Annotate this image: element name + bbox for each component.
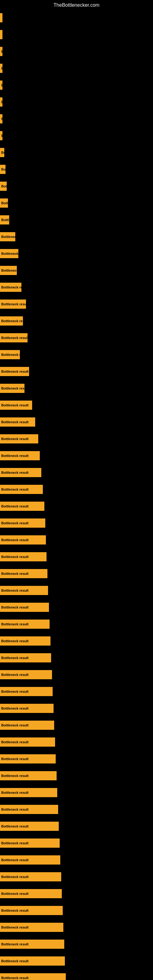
bar-row: Bottleneck result [0,750,153,767]
bar-label: Bottleneck result [1,504,29,508]
bar: Bottleneck result [0,468,41,477]
bar-label: E [1,67,2,70]
bar-row: Bottleneck resu [0,380,153,396]
bar-label: Bottleneck result [1,639,29,643]
bar: Bo [0,165,5,174]
bar: E [0,64,2,73]
bar: Bottleneck result [0,401,32,410]
bar-row: Bottleneck result [0,683,153,700]
bar-row: Bottleneck res [0,346,153,363]
bar-label: Bottleneck result [1,336,27,340]
bar-row: E [0,60,153,76]
bar-row: Bottleneck result [0,885,153,902]
bar: Bottleneck result [0,502,45,511]
bar: Bottleneck result [0,704,54,713]
bar-label: Bottleneck result [1,723,29,727]
bar [0,30,2,39]
bar-row: Bott [0,194,153,211]
bar: Bottleneck result [0,434,38,444]
bar-row: Bottleneck result [0,717,153,733]
bar-label: Bottleneck result [1,808,29,811]
bar-row: Bottleneck result [0,531,153,548]
bar-row: Bottleneck result [0,919,153,935]
bars-container: EEEBBBBoBoBotBottBottlBottlenecBottlenec… [0,9,153,980]
bar: Bottl [0,215,9,224]
bar-label: Bottleneck result [1,908,29,912]
bar: Bo [0,148,4,157]
bar-row: Bottleneck result [0,481,153,498]
bar-row: Bottleneck result [0,935,153,953]
bar-row: Bo [0,144,153,161]
bar-row: B [0,110,153,127]
bar-row: B [0,127,153,144]
bar-label: Bottlenec [1,235,15,239]
bar-label: Bottl [1,218,9,222]
bar: Bot [0,181,7,191]
bar-row: Bottleneck result [0,868,153,885]
bar-label: Bottleneck result [1,521,29,525]
bar: B [0,114,2,123]
bar: Bottleneck result [0,956,65,966]
bar-label: Bottleneck result [1,656,29,660]
bar-row: Bottleneck result [0,902,153,919]
bar-row: Bottleneck result [0,851,153,868]
bar: Bottleneck resu [0,283,21,292]
bar-label: Bottleneck result [1,740,29,744]
bar-row: Bottleneck resu [0,279,153,296]
bar-label: Bottleneck result [1,959,29,963]
bar-label: Bottleneck result [1,622,29,626]
bar-label: Bottleneck [1,269,17,272]
bar: Bottleneck result [0,569,48,578]
bar-label: Bottleneck result [1,690,29,694]
bar: Bottleneck result [0,737,55,747]
bar-row: Bottl [0,211,153,228]
bar-row: Bottleneck result [0,784,153,801]
bar-label: Bottleneck result [1,605,29,609]
bar: Bottleneck result [0,519,45,528]
bar: Bottleneck result [0,485,43,494]
bar-row: Bottleneck result [0,396,153,414]
bar: Bottleneck res [0,350,20,359]
bar-row: Bottleneck result [0,700,153,717]
bar-label: Bottleneck result [1,757,29,761]
bar-row: Bottleneck result [0,514,153,531]
bar-row: E [0,43,153,60]
bar: Bottleneck result [0,855,60,865]
bar-row: Bottlenec [0,228,153,245]
site-title: TheBottlenecker.com [0,0,153,10]
bar-label: Bottleneck result [1,471,29,474]
bar-label: Bottleneck result [1,942,29,946]
bar-label: E [1,49,2,53]
bar: B [0,131,2,140]
bar: Bottleneck resu [0,317,23,326]
bar: Bottleneck result [0,822,59,831]
bar-row: Bottleneck result [0,498,153,514]
bar-row: Bottleneck result [0,835,153,851]
bar: Bottleneck result [0,838,60,848]
bar-row: Bottleneck result [0,666,153,683]
bar-row: Bottleneck result [0,649,153,666]
bar-label: Bottleneck result [1,302,26,306]
bar-row [0,9,153,26]
bar-row: Bottleneck result [0,582,153,599]
bar-label: Bottleneck result [1,420,29,424]
bar-label: Bottleneck result [1,488,29,491]
bar-label: Bottleneck result [1,892,29,896]
bar-row: Bottleneck result [0,599,153,616]
bar: Bottleneck result [0,603,49,612]
bar-label: B [1,134,2,137]
bar-label: Bottleneck result [1,673,29,676]
bar-label: Bottleneck res [1,252,18,255]
bar-row: B [0,94,153,110]
bar-label: Bottleneck result [1,791,29,794]
bar-label: Bottleneck result [1,774,29,778]
bar-label: Bottleneck result [1,572,29,576]
bar-row: Bottleneck result [0,548,153,565]
bar: Bottleneck result [0,333,27,342]
bar-row: Bottleneck result [0,632,153,649]
bar-row: Bottleneck result [0,363,153,380]
bar-row: Bottleneck result [0,430,153,447]
bar-label: Bottleneck result [1,926,29,929]
bar: Bottleneck result [0,299,26,309]
bar-row: Bottleneck [0,262,153,279]
